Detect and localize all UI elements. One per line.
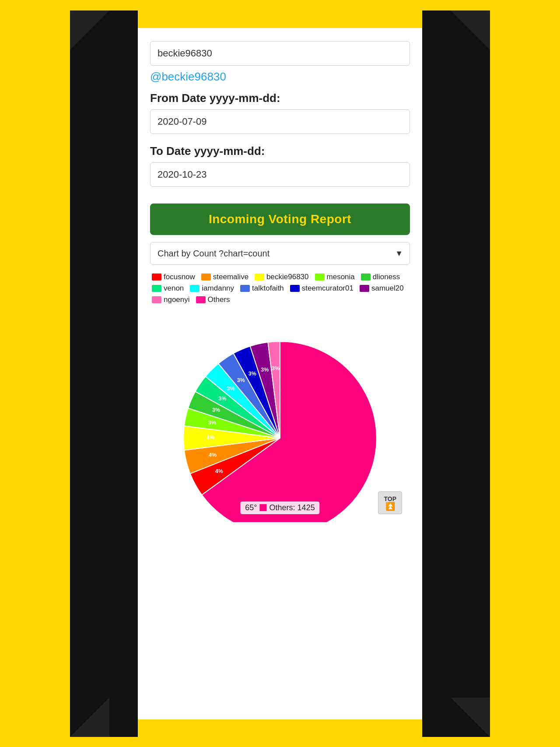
legend-label: steemalive <box>213 273 248 281</box>
legend-label: dlioness <box>373 273 400 281</box>
corner-top-left <box>70 11 109 50</box>
chart-tooltip: 65° Others: 1425 <box>240 502 319 514</box>
legend-item: Others <box>196 295 230 304</box>
pie-label: 3% <box>248 371 256 377</box>
legend-item: dlioness <box>361 273 400 281</box>
legend-item: samuel20 <box>360 284 404 293</box>
legend-label: focusnow <box>164 273 195 281</box>
to-date-input[interactable] <box>150 162 410 187</box>
pie-label: 3% <box>237 377 245 383</box>
legend-item: venon <box>152 284 184 293</box>
pie-label: 4% <box>215 468 223 474</box>
legend-label: steemcurator01 <box>302 284 354 293</box>
pie-chart-container: 4%4%4%3%3%3%3%3%3%3%3% 65° Others: 1425 … <box>150 312 410 522</box>
legend-color-box <box>152 274 161 281</box>
legend-label: ngoenyi <box>164 295 190 304</box>
legend-color-box <box>190 285 200 292</box>
tooltip-color-icon <box>260 504 267 511</box>
legend-label: samuel20 <box>371 284 404 293</box>
pie-label: 3% <box>208 419 216 425</box>
legend-item: beckie96830 <box>255 273 308 281</box>
legend-color-box <box>152 296 161 303</box>
pie-label: 3% <box>212 407 220 413</box>
legend-color-box <box>360 285 369 292</box>
legend-color-box <box>201 274 211 281</box>
chart-type-select[interactable]: Chart by Count ?chart=count <box>150 242 410 265</box>
pie-label: 3% <box>261 367 269 373</box>
sidebar-right <box>422 11 490 737</box>
top-button[interactable]: TOP ⏫ <box>378 491 402 514</box>
pie-label: 3% <box>272 365 280 371</box>
legend-label: talktofaith <box>252 284 284 293</box>
legend-color-box <box>152 285 161 292</box>
legend-item: iamdanny <box>190 284 234 293</box>
legend-item: steemalive <box>201 273 248 281</box>
legend-color-box <box>196 296 206 303</box>
corner-bottom-right <box>451 698 490 737</box>
legend-color-box <box>361 274 371 281</box>
legend-item: talktofaith <box>240 284 284 293</box>
content-area: @beckie96830 From Date yyyy-mm-dd: To Da… <box>138 28 422 719</box>
pie-chart: 4%4%4%3%3%3%3%3%3%3%3% <box>171 312 389 522</box>
from-date-input[interactable] <box>150 109 410 134</box>
chart-select-container: Chart by Count ?chart=count ▼ <box>150 242 410 265</box>
chart-legend: focusnowsteemalivebeckie96830mesoniadlio… <box>150 273 410 304</box>
legend-label: iamdanny <box>202 284 234 293</box>
legend-item: ngoenyi <box>152 295 190 304</box>
pie-label: 4% <box>209 452 217 458</box>
incoming-voting-report-button[interactable]: Incoming Voting Report <box>150 203 410 235</box>
legend-color-box <box>315 274 325 281</box>
legend-color-box <box>240 285 250 292</box>
pie-label: 3% <box>227 385 235 391</box>
tooltip-label: Others: 1425 <box>270 503 315 512</box>
to-date-label: To Date yyyy-mm-dd: <box>150 144 410 158</box>
corner-bottom-left <box>70 698 109 737</box>
top-arrows-icon: ⏫ <box>385 502 395 510</box>
legend-label: venon <box>164 284 184 293</box>
pie-label: 4% <box>206 435 214 441</box>
tooltip-text: 65° <box>245 503 257 512</box>
legend-item: focusnow <box>152 273 195 281</box>
corner-top-right <box>451 11 490 50</box>
top-button-label: TOP <box>384 495 396 502</box>
legend-item: steemcurator01 <box>290 284 354 293</box>
user-link[interactable]: @beckie96830 <box>150 70 410 84</box>
sidebar-left <box>70 11 138 737</box>
username-input[interactable] <box>150 41 410 66</box>
legend-item: mesonia <box>315 273 355 281</box>
legend-label: beckie96830 <box>266 273 308 281</box>
from-date-label: From Date yyyy-mm-dd: <box>150 91 410 105</box>
legend-color-box <box>290 285 300 292</box>
pie-label: 3% <box>218 395 226 401</box>
legend-color-box <box>255 274 264 281</box>
legend-label: Others <box>208 295 230 304</box>
legend-label: mesonia <box>327 273 355 281</box>
